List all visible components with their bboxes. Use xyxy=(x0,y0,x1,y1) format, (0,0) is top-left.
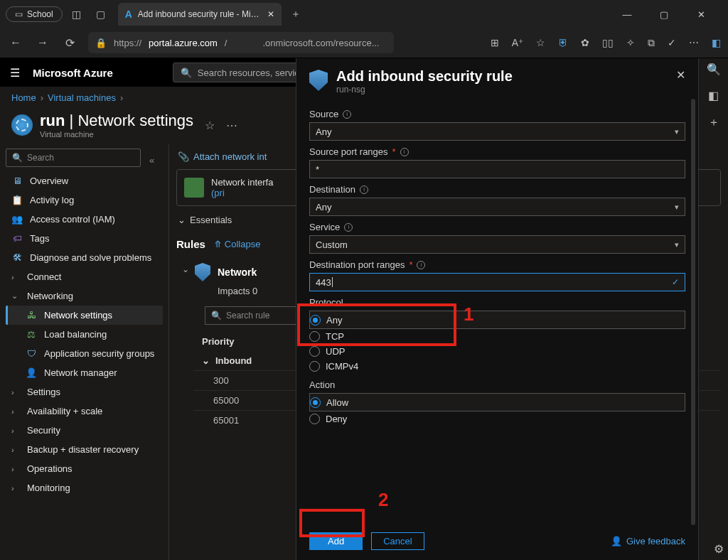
sync-icon[interactable]: ✓ xyxy=(668,37,676,48)
tab-overview-icon[interactable]: ▢ xyxy=(91,4,111,24)
sidebar-item-label: Access control (IAM) xyxy=(30,214,115,225)
chevron-right-icon xyxy=(11,273,20,281)
source-select[interactable]: Any▾ xyxy=(309,122,685,141)
protocol-icmp-radio[interactable]: ICMPv4 xyxy=(309,359,685,374)
resource-more-icon[interactable]: ⋯ xyxy=(226,119,237,132)
chevron-right-icon xyxy=(11,465,20,473)
dst-ports-label: Destination port ranges xyxy=(309,259,405,270)
protocol-any-radio[interactable]: Any xyxy=(309,311,685,329)
field-destination: Destinationi Any▾ xyxy=(309,184,685,216)
read-aloud-icon[interactable]: A⁺ xyxy=(512,37,523,48)
sidebar-item-label: Tags xyxy=(30,233,49,244)
sidebar-item-label: Diagnose and solve problems xyxy=(30,252,151,263)
sidebar-item-label: Connect xyxy=(27,271,61,282)
url-path: / xyxy=(225,38,228,48)
rail-search-icon[interactable]: 🔍 xyxy=(707,63,721,76)
sidebar-item-asg[interactable]: 🛡Application security groups xyxy=(6,344,163,363)
activity-icon: 📋 xyxy=(11,195,23,205)
give-feedback-link[interactable]: 👤Give feedback xyxy=(611,536,685,546)
check-icon: ✓ xyxy=(672,277,679,287)
sidebar-item-label: Overview xyxy=(30,176,68,186)
url-box[interactable]: 🔒 https://portal.azure.com/ .onmicrosoft… xyxy=(88,32,394,53)
collections-icon[interactable]: ⧉ xyxy=(648,37,655,49)
sidebar-item-network-manager[interactable]: 👤Network manager xyxy=(6,363,163,382)
info-icon[interactable]: i xyxy=(360,185,368,194)
workspaces-icon[interactable]: ◫ xyxy=(67,4,87,24)
address-bar: ← → ⟳ 🔒 https://portal.azure.com/ .onmic… xyxy=(0,28,728,57)
field-source-ports: Source port ranges*i * xyxy=(309,146,685,178)
split-icon[interactable]: ▯▯ xyxy=(602,37,614,48)
chevron-down-icon[interactable]: ⌄ xyxy=(182,259,189,274)
crumb-home[interactable]: Home xyxy=(11,92,36,103)
rail-chat-icon[interactable]: ◧ xyxy=(708,89,719,102)
sidebar-item-network-settings[interactable]: 🖧Network settings xyxy=(6,306,163,325)
action-deny-radio[interactable]: Deny xyxy=(309,411,685,426)
sidebar-item-overview[interactable]: 🖥Overview xyxy=(6,171,163,190)
sidebar-item-monitoring[interactable]: Monitoring xyxy=(6,478,163,497)
src-ports-value: * xyxy=(316,164,319,175)
add-button[interactable]: Add xyxy=(309,532,363,550)
crumb-vms[interactable]: Virtual machines xyxy=(48,92,116,103)
close-window-button[interactable]: ✕ xyxy=(687,4,715,25)
field-service: Servicei Custom▾ xyxy=(309,222,685,254)
sidebar-item-diagnose[interactable]: 🛠Diagnose and solve problems xyxy=(6,248,163,267)
minimize-button[interactable]: ― xyxy=(613,4,641,25)
sidebar-item-load-balancing[interactable]: ⚖Load balancing xyxy=(6,325,163,344)
sidebar-item-label: Application security groups xyxy=(44,348,154,359)
sidebar-item-security[interactable]: Security xyxy=(6,421,163,440)
forward-button[interactable]: → xyxy=(34,36,51,49)
sidebar-item-operations[interactable]: Operations xyxy=(6,459,163,478)
sidebar-item-iam[interactable]: 👥Access control (IAM) xyxy=(6,210,163,229)
maximize-button[interactable]: ▢ xyxy=(650,4,678,25)
school-pill[interactable]: ▭ School xyxy=(6,6,63,22)
sidebar-search[interactable]: 🔍 Search xyxy=(6,149,141,167)
nic-label: Network interfa xyxy=(211,177,273,188)
azure-brand[interactable]: Microsoft Azure xyxy=(33,67,113,79)
hamburger-icon[interactable]: ☰ xyxy=(10,66,23,80)
url-domain: portal.azure.com xyxy=(149,38,218,48)
cancel-button[interactable]: Cancel xyxy=(371,532,424,550)
dest-ports-input[interactable]: 443✓ xyxy=(309,273,685,291)
sidebar-item-settings[interactable]: Settings xyxy=(6,382,163,402)
info-icon[interactable]: i xyxy=(400,148,409,156)
info-icon[interactable]: i xyxy=(417,261,425,269)
close-tab-icon[interactable]: ✕ xyxy=(267,9,274,19)
refresh-button[interactable]: ⟳ xyxy=(61,36,78,50)
action-allow-radio[interactable]: Allow xyxy=(309,393,685,411)
sidebar-search-icon: 🔍 xyxy=(12,153,23,163)
collapse-all-button[interactable]: ⤊Collapse xyxy=(214,239,261,249)
browser-tab[interactable]: A Add inbound security rule - Micro ✕ xyxy=(118,3,282,26)
protocol-tcp-radio[interactable]: TCP xyxy=(309,329,685,344)
info-icon[interactable]: i xyxy=(344,223,353,232)
sidebar-item-availability[interactable]: Availability + scale xyxy=(6,402,163,421)
favorites-bar-icon[interactable]: ✧ xyxy=(626,37,635,48)
source-ports-input[interactable]: * xyxy=(309,160,685,178)
pin-icon[interactable]: ☆ xyxy=(205,119,215,132)
destination-select[interactable]: Any▾ xyxy=(309,198,685,216)
protocol-udp-radio[interactable]: UDP xyxy=(309,344,685,359)
sidebar-item-tags[interactable]: 🏷Tags xyxy=(6,229,163,248)
favorite-icon[interactable]: ☆ xyxy=(536,37,545,48)
rail-add-icon[interactable]: ＋ xyxy=(708,115,719,130)
close-blade-button[interactable]: ✕ xyxy=(676,68,685,82)
info-icon[interactable]: i xyxy=(343,110,351,119)
shield-ext-icon[interactable]: ⛨ xyxy=(558,37,568,48)
new-tab-icon[interactable]: ＋ xyxy=(286,4,306,24)
overview-icon: 🖥 xyxy=(11,176,23,186)
blade-footer: Add Cancel 👤Give feedback xyxy=(296,525,698,560)
network-label: Network xyxy=(218,266,257,278)
sidebar-item-networking[interactable]: Networking xyxy=(6,286,163,306)
sidebar-item-backup[interactable]: Backup + disaster recovery xyxy=(6,440,163,459)
azure-favicon-icon: A xyxy=(125,9,132,20)
sidebar-item-activity[interactable]: 📋Activity log xyxy=(6,190,163,210)
copilot-sidebar-icon[interactable]: ◧ xyxy=(712,37,721,48)
crumb-sep: › xyxy=(41,92,43,103)
sidebar-item-connect[interactable]: Connect xyxy=(6,267,163,286)
apps-icon[interactable]: ⊞ xyxy=(491,37,499,48)
tab-title: Add inbound security rule - Micro xyxy=(138,9,262,19)
service-select[interactable]: Custom▾ xyxy=(309,235,685,254)
sidebar-collapse-icon[interactable]: « xyxy=(145,155,154,166)
back-button[interactable]: ← xyxy=(7,36,24,49)
more-icon[interactable]: ⋯ xyxy=(689,37,699,48)
extensions-icon[interactable]: ✿ xyxy=(581,37,589,48)
